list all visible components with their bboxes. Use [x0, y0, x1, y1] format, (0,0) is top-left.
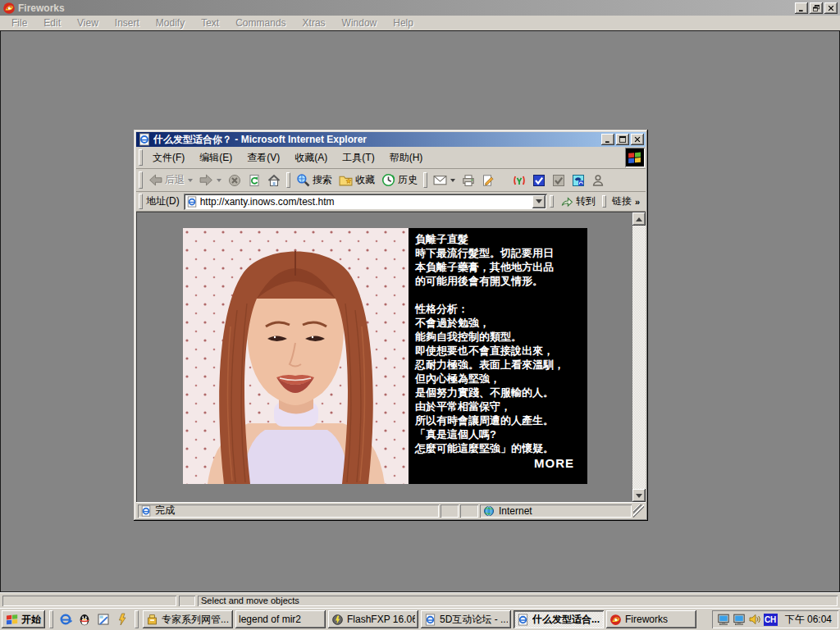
- ie-close-button[interactable]: [631, 134, 644, 145]
- ie-addressbar: 地址(D) http://xanty.inows.com/test.htm 转到…: [136, 192, 646, 212]
- check-plugin-disabled-button[interactable]: [549, 173, 568, 188]
- panel-text-line: 時下最流行髮型。切記要用日: [415, 246, 581, 260]
- stop-icon: [228, 174, 241, 187]
- start-button[interactable]: 开始: [2, 610, 45, 628]
- history-button[interactable]: 历史: [378, 172, 421, 188]
- history-button-label: 历史: [398, 173, 418, 187]
- mail-dropdown-icon[interactable]: [450, 179, 455, 182]
- fireworks-menu-item[interactable]: Modify: [148, 16, 193, 30]
- task-button-label: Fireworks: [625, 614, 668, 625]
- fireworks-minimize-button[interactable]: [795, 2, 808, 14]
- quicklaunch-winamp-icon[interactable]: [114, 611, 130, 628]
- refresh-icon: [248, 174, 261, 187]
- fireworks-status-pane: [2, 596, 176, 606]
- tray-clock[interactable]: 下午 06:04: [785, 613, 832, 627]
- taskbar-task-button[interactable]: Fireworks: [606, 610, 696, 628]
- status-zone-pane: Internet: [480, 504, 632, 518]
- fireworks-titlebar: Fireworks: [0, 0, 840, 16]
- task-button-label: 专家系列网管...: [162, 613, 229, 627]
- ie-maximize-button[interactable]: [616, 134, 629, 145]
- messenger-button[interactable]: [588, 173, 608, 188]
- blue-check-icon: [532, 174, 546, 187]
- fireworks-menu-item[interactable]: Help: [385, 16, 422, 30]
- volume-speaker-icon[interactable]: [748, 613, 761, 626]
- vertical-scrollbar[interactable]: [632, 212, 646, 502]
- fireworks-restore-button[interactable]: [810, 2, 823, 14]
- status-zone-text: Internet: [499, 505, 532, 517]
- panel-text-line: 即使想要也不會直接說出來，: [415, 344, 581, 358]
- ie-content-area: 負離子直髮 時下最流行髮型。切記要用日 本負離子藥膏，其他地方出品 的可能用後會…: [136, 212, 646, 502]
- taskbar-task-button[interactable]: 专家系列网管...: [143, 610, 233, 628]
- task-button-label: 5D互动论坛 - ...: [440, 613, 508, 627]
- fireworks-menubar: File Edit View Insert Modify Text Comman…: [0, 16, 840, 30]
- address-dropdown-button[interactable]: [532, 195, 546, 208]
- panel-text-line: 的可能用後會有開叉情形。: [415, 274, 581, 288]
- panel-text-line: 負離子直髮: [415, 232, 581, 246]
- search-button[interactable]: 搜索: [293, 172, 336, 188]
- fireworks-menu-item[interactable]: Window: [334, 16, 386, 30]
- task-button-label: 什么发型适合...: [532, 613, 600, 627]
- scrollbar-track[interactable]: [632, 212, 646, 502]
- favorites-icon: [339, 173, 353, 187]
- taskbar-task-button[interactable]: 5D互动论坛 - ...: [421, 610, 511, 628]
- resize-grip[interactable]: [633, 504, 644, 518]
- ie-menu-item[interactable]: 工具(T): [335, 149, 381, 167]
- back-button[interactable]: 后退: [145, 172, 196, 188]
- quicklaunch-show-desktop-icon[interactable]: [95, 611, 112, 628]
- addressbar-grip[interactable]: [139, 194, 143, 208]
- ie-menu-item[interactable]: 编辑(E): [192, 149, 240, 167]
- address-url-text[interactable]: http://xanty.inows.com/test.htm: [200, 196, 530, 208]
- fireworks-menu-item[interactable]: Edit: [35, 16, 69, 30]
- address-input[interactable]: http://xanty.inows.com/test.htm: [184, 194, 547, 210]
- ie-minimize-button[interactable]: [601, 134, 614, 145]
- internet-globe-icon: [483, 505, 495, 517]
- ie-titlebar[interactable]: 什么发型适合你？ - Microsoft Internet Explorer: [136, 132, 646, 147]
- fireworks-menu-item[interactable]: Xtras: [294, 16, 334, 30]
- ie-menu-item[interactable]: 收藏(A): [287, 149, 335, 167]
- fireworks-menu-item[interactable]: File: [3, 16, 35, 30]
- home-button[interactable]: [264, 173, 284, 188]
- task-button-label: legend of mir2: [239, 614, 301, 625]
- fireworks-menu-item[interactable]: View: [69, 16, 107, 30]
- fireworks-menu-item[interactable]: Text: [193, 16, 227, 30]
- edit-button[interactable]: [478, 173, 498, 188]
- toolbar-grip[interactable]: [139, 171, 143, 189]
- menubar-grip[interactable]: [139, 149, 143, 166]
- language-indicator[interactable]: CH: [764, 614, 778, 626]
- ie-menu-item[interactable]: 文件(F): [145, 149, 192, 167]
- check-plugin-button[interactable]: [529, 173, 549, 188]
- fireworks-icon: [609, 614, 622, 626]
- mail-button[interactable]: [430, 172, 459, 188]
- taskbar-task-button[interactable]: FlashFXP 16.06...: [328, 610, 418, 628]
- stop-button[interactable]: [225, 173, 244, 188]
- network-computer-icon[interactable]: [717, 613, 730, 626]
- refresh-button[interactable]: [244, 173, 264, 188]
- links-chevron-icon[interactable]: »: [635, 197, 640, 207]
- more-link[interactable]: MORE: [534, 456, 574, 470]
- hairstyle-text-panel: 負離子直髮 時下最流行髮型。切記要用日 本負離子藥膏，其他地方出品 的可能用後會…: [409, 228, 587, 484]
- scrollbar-up-button[interactable]: [632, 212, 646, 226]
- ie-throbber-windows-logo: [625, 148, 645, 167]
- scrollbar-down-button[interactable]: [632, 489, 646, 502]
- ie-menu-item[interactable]: 查看(V): [240, 149, 287, 167]
- favorites-button[interactable]: 收藏: [336, 172, 378, 188]
- print-button[interactable]: [459, 173, 478, 188]
- links-bar[interactable]: 链接 »: [609, 194, 643, 208]
- netphone-plugin-button[interactable]: [568, 173, 588, 188]
- fireworks-close-button[interactable]: [824, 2, 838, 14]
- quicklaunch-ie-icon[interactable]: [57, 611, 74, 628]
- taskbar-task-button[interactable]: 什么发型适合...: [514, 610, 604, 628]
- ie-menu-item[interactable]: 帮助(H): [382, 149, 431, 167]
- ojo-plugin-button[interactable]: [509, 173, 529, 188]
- go-button[interactable]: 转到: [556, 194, 600, 209]
- addressbar-separator: [550, 195, 554, 208]
- forward-dropdown-icon[interactable]: [217, 179, 221, 182]
- network-computer-icon[interactable]: [733, 613, 746, 626]
- quicklaunch-qq-icon[interactable]: [76, 611, 93, 628]
- fireworks-menu-item[interactable]: Commands: [227, 16, 294, 30]
- back-dropdown-icon[interactable]: [188, 179, 193, 182]
- fireworks-menu-item[interactable]: Insert: [107, 16, 148, 30]
- status-mini-pane-2: [460, 504, 478, 518]
- forward-button[interactable]: [196, 172, 225, 188]
- taskbar-task-button[interactable]: legend of mir2: [235, 610, 326, 628]
